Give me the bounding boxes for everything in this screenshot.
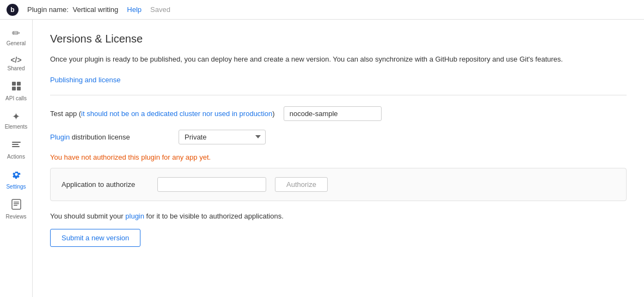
sidebar-item-shared[interactable]: </> Shared xyxy=(1,52,32,75)
sidebar-label-elements: Elements xyxy=(5,124,28,130)
code-icon: </> xyxy=(10,56,21,64)
authorize-box: Application to authorize Authorize xyxy=(50,168,627,201)
test-app-row: Test app (it should not be on a dedicate… xyxy=(50,106,627,121)
license-label: Plugin distribution license xyxy=(50,133,170,141)
sidebar-item-api-calls[interactable]: API calls xyxy=(1,77,32,105)
actions-icon xyxy=(11,139,22,153)
sidebar-item-actions[interactable]: Actions xyxy=(1,136,32,163)
elements-icon: ✦ xyxy=(12,111,20,123)
saved-status: Saved xyxy=(150,5,170,14)
reviews-icon xyxy=(11,199,21,213)
not-authorized-text: You have not authorized this plugin for … xyxy=(50,153,627,161)
sidebar-label-settings: Settings xyxy=(6,184,26,190)
settings-icon xyxy=(11,169,22,183)
divider xyxy=(50,95,627,95)
plugin-name-prefix: Plugin name: Vertical writing xyxy=(27,5,118,14)
svg-rect-8 xyxy=(14,202,19,203)
svg-rect-0 xyxy=(12,82,16,86)
authorize-label: Application to authorize xyxy=(62,180,149,189)
main-layout: ✏ General </> Shared API calls ✦ Element… xyxy=(0,20,644,297)
publishing-license-link[interactable]: Publishing and license xyxy=(50,76,627,84)
svg-rect-9 xyxy=(14,203,19,204)
submit-new-version-button[interactable]: Submit a new version xyxy=(50,229,140,247)
page-description: Once your plugin is ready to be publishe… xyxy=(50,54,627,65)
sidebar: ✏ General </> Shared API calls ✦ Element… xyxy=(0,20,33,297)
sidebar-label-api-calls: API calls xyxy=(5,95,27,102)
test-app-label: Test app (it should not be on a dedicate… xyxy=(50,110,275,118)
svg-rect-1 xyxy=(17,82,21,86)
sidebar-item-reviews[interactable]: Reviews xyxy=(1,196,32,223)
sidebar-label-reviews: Reviews xyxy=(6,214,27,220)
content-area: Versions & License Once your plugin is r… xyxy=(33,20,644,297)
sidebar-label-actions: Actions xyxy=(7,154,25,160)
help-link[interactable]: Help xyxy=(127,5,142,14)
svg-rect-6 xyxy=(12,146,20,147)
submit-note: You should submit your plugin for it to … xyxy=(50,212,627,220)
sidebar-item-general[interactable]: ✏ General xyxy=(1,24,32,50)
sidebar-label-shared: Shared xyxy=(7,65,24,72)
sidebar-item-elements[interactable]: ✦ Elements xyxy=(1,107,32,134)
top-bar: b Plugin name: Vertical writing Help Sav… xyxy=(0,0,644,20)
page-title: Versions & License xyxy=(50,33,627,45)
license-select[interactable]: Private Public xyxy=(179,130,266,144)
svg-rect-2 xyxy=(12,87,16,90)
svg-rect-10 xyxy=(14,205,17,206)
sidebar-label-general: General xyxy=(7,40,26,47)
svg-rect-4 xyxy=(12,142,21,143)
test-app-input[interactable] xyxy=(284,106,382,121)
authorize-button[interactable]: Authorize xyxy=(275,177,328,192)
pencil-icon: ✏ xyxy=(12,27,20,39)
license-row: Plugin distribution license Private Publ… xyxy=(50,130,627,144)
sidebar-item-settings[interactable]: Settings xyxy=(1,166,32,193)
svg-rect-3 xyxy=(17,87,21,90)
api-icon xyxy=(11,81,22,94)
logo: b xyxy=(7,4,19,16)
svg-rect-5 xyxy=(12,144,19,145)
authorize-input[interactable] xyxy=(157,177,266,192)
svg-rect-7 xyxy=(12,199,21,209)
